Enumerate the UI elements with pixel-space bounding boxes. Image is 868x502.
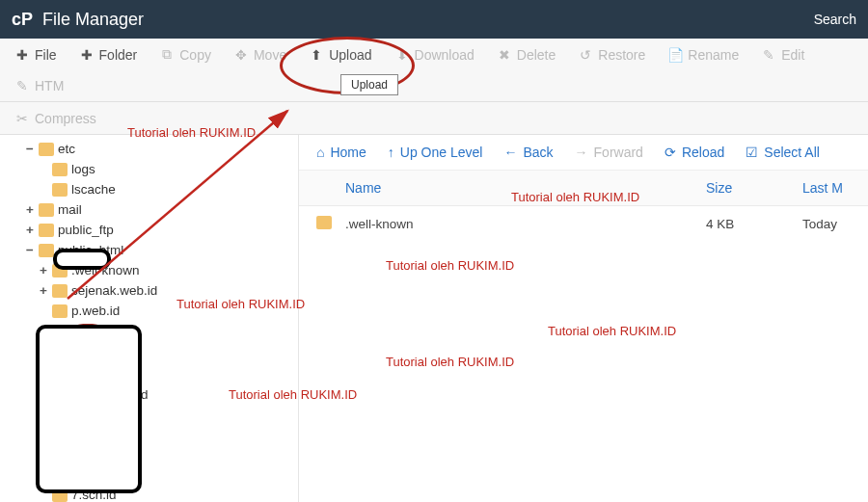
upload-icon: ⬆ <box>310 47 323 63</box>
restore-button[interactable]: ↺Restore <box>567 40 657 70</box>
tree-item-label: sejenak.web.id <box>71 283 157 298</box>
expand-toggle[interactable]: − <box>25 142 35 156</box>
redaction-box-1 <box>53 249 111 270</box>
cell-name: .well-known <box>345 217 706 231</box>
cell-size: 4 KB <box>706 217 802 231</box>
back-link[interactable]: ←Back <box>503 145 553 160</box>
folder-icon <box>39 224 54 237</box>
edit-button[interactable]: ✎Edit <box>750 40 816 70</box>
col-size[interactable]: Size <box>706 180 802 196</box>
folder-button[interactable]: ✚Folder <box>68 40 149 70</box>
delete-button[interactable]: ✖Delete <box>486 40 567 70</box>
home-link[interactable]: ⌂Home <box>316 145 366 160</box>
folder-icon <box>39 203 54 217</box>
tree-item[interactable]: +sejenak.web.id <box>39 280 298 301</box>
cell-last: Today <box>802 217 851 231</box>
folder-icon <box>52 163 68 176</box>
table-row[interactable]: .well-known 4 KB Today <box>299 206 868 242</box>
header-left: cP File Manager <box>12 10 144 30</box>
expand-toggle[interactable]: + <box>39 283 48 298</box>
restore-icon: ↺ <box>579 47 592 63</box>
folder-icon <box>52 183 68 197</box>
tree-item[interactable]: lscache <box>39 179 298 199</box>
tree-item[interactable]: p.web.id <box>39 301 298 321</box>
copy-button[interactable]: ⧉Copy <box>149 39 223 70</box>
up-one-level-link[interactable]: ↑Up One Level <box>388 145 483 160</box>
compress-icon: ✂ <box>15 111 29 126</box>
content-pane: ⌂Home ↑Up One Level ←Back →Forward ⟳Relo… <box>299 135 868 502</box>
html-editor-button[interactable]: ✎HTM <box>4 70 75 101</box>
plus-icon: ✚ <box>80 47 94 63</box>
tree-item-label: lscache <box>71 182 116 197</box>
copy-icon: ⧉ <box>160 46 174 63</box>
move-icon: ✥ <box>234 47 248 63</box>
folder-icon <box>52 304 68 318</box>
reload-icon: ⟳ <box>665 145 676 160</box>
move-button[interactable]: ✥Move <box>223 40 298 70</box>
table-header: Name Size Last M <box>299 171 868 206</box>
up-icon: ↑ <box>388 145 394 160</box>
folder-icon <box>39 244 54 257</box>
delete-icon: ✖ <box>498 47 511 63</box>
edit-icon: ✎ <box>762 47 775 63</box>
back-icon: ← <box>503 145 517 160</box>
tree-item-label: public_ftp <box>58 223 114 237</box>
expand-toggle[interactable]: + <box>25 223 35 237</box>
html-icon: ✎ <box>15 78 29 93</box>
col-last[interactable]: Last M <box>802 180 851 196</box>
tree-item-label: mail <box>58 202 82 217</box>
plus-icon: ✚ <box>15 47 29 63</box>
download-icon: ⬇ <box>395 47 409 63</box>
redaction-box-2 <box>36 325 142 493</box>
search-label[interactable]: Search <box>814 12 856 27</box>
toolbar: ✚File ✚Folder ⧉Copy ✥Move ⬆Upload ⬇Downl… <box>0 39 868 102</box>
upload-button[interactable]: ⬆Upload <box>298 40 383 70</box>
nav-row: ⌂Home ↑Up One Level ←Back →Forward ⟳Relo… <box>299 135 868 171</box>
forward-icon: → <box>575 145 588 160</box>
tree-item-label: p.web.id <box>71 304 120 318</box>
expand-toggle[interactable]: + <box>25 202 35 217</box>
tree-item[interactable]: +mail <box>25 199 298 220</box>
expand-toggle[interactable]: + <box>39 263 48 277</box>
forward-link[interactable]: →Forward <box>575 145 643 160</box>
tree-item[interactable]: logs <box>39 159 298 179</box>
rename-button[interactable]: 📄Rename <box>657 40 750 70</box>
folder-icon <box>52 284 68 298</box>
compress-button[interactable]: ✂Compress <box>4 103 108 134</box>
expand-toggle[interactable]: − <box>25 243 35 257</box>
toolbar-row2: ✂Compress <box>0 102 868 135</box>
tree-item-label: etc <box>58 142 75 156</box>
folder-icon <box>316 216 332 229</box>
col-name[interactable]: Name <box>345 180 706 196</box>
tree-item[interactable]: +public_ftp <box>25 220 298 240</box>
tree-item-label: logs <box>71 162 95 176</box>
file-button[interactable]: ✚File <box>4 40 68 70</box>
download-button[interactable]: ⬇Download <box>384 40 486 70</box>
upload-tooltip: Upload <box>340 74 398 95</box>
tree-item[interactable]: −etc <box>25 139 298 159</box>
folder-icon <box>39 143 54 156</box>
reload-link[interactable]: ⟳Reload <box>665 145 724 160</box>
cpanel-logo-icon: cP <box>12 10 33 30</box>
app-title: File Manager <box>42 10 144 30</box>
home-icon: ⌂ <box>316 145 324 160</box>
rename-icon: 📄 <box>668 47 682 63</box>
select-all-icon: ☑ <box>746 145 758 160</box>
app-header: cP File Manager Search <box>0 0 868 39</box>
select-all-link[interactable]: ☑Select All <box>746 145 820 160</box>
